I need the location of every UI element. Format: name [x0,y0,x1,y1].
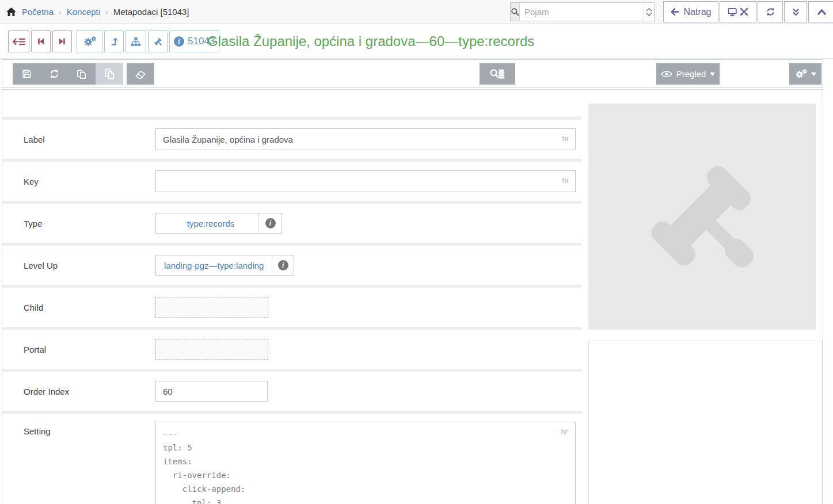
search-spinner[interactable] [644,3,654,21]
search-database-button[interactable] [480,63,515,85]
arrow-left-icon [670,7,679,16]
preview-dropdown-label: Pregled [676,69,706,79]
related-content-panel [588,341,823,504]
info-circle-icon: i [174,36,184,47]
child-drop-zone[interactable] [155,297,268,318]
paste-icon [104,68,115,80]
record-image-placeholder [588,104,816,330]
top-bar: Početna › Koncepti › Metapodaci [51043] … [0,0,833,24]
type-info-button[interactable]: i [258,213,282,233]
breadcrumb-home-link[interactable]: Početna [22,7,54,17]
refresh-icon [49,68,60,79]
breadcrumb: Početna › Koncepti › Metapodaci [51043] [6,0,189,24]
preview-dropdown-button[interactable]: Pregled [656,63,720,85]
page-title: Glasila Županije, općina i gradova—60—ty… [207,24,534,59]
form-row-label: Label hr [2,120,581,159]
form-row-child: Child [2,288,581,327]
field-label: Setting [24,422,155,436]
field-label: Label [24,135,155,144]
topbar-button-group: Natrag [662,1,833,22]
copy-icon [76,68,88,80]
save-button[interactable] [13,63,40,85]
caret-up-icon [817,8,827,16]
gears-icon [83,36,97,47]
angle-double-down-icon [792,7,800,17]
search-database-icon [489,68,505,80]
info-circle-icon: i [265,218,276,228]
field-label: Portal [24,345,155,354]
field-label: Type [24,219,155,228]
order-index-input[interactable] [155,381,268,402]
language-badge: hr [561,427,568,436]
gears-icon [794,68,808,79]
save-icon [21,68,32,79]
language-badge: hr [562,176,569,185]
edit-button-group [13,63,154,85]
portal-drop-zone[interactable] [155,339,268,360]
step-forward-button[interactable] [52,30,72,52]
form-row-level-up: Level Up landing-pgz—type:landing i [2,246,581,285]
clear-button[interactable] [127,63,154,85]
form-row-key: Key hr [2,162,581,201]
info-circle-icon: i [278,260,288,270]
back-to-list-button[interactable] [8,30,29,52]
actions-dropdown-button[interactable] [789,63,821,85]
caret-down-icon [710,72,715,76]
eye-icon [661,70,672,78]
home-icon[interactable] [6,7,17,17]
setting-textarea[interactable]: --- tpl: 5 items: ri-override: click-app… [155,422,576,504]
field-label: Order Index [24,387,155,396]
gavel-placeholder-icon [636,150,769,284]
language-badge: hr [562,134,569,143]
search-group [510,2,655,21]
gavel-button[interactable] [148,30,168,52]
field-label: Level Up [24,261,155,270]
field-label: Child [24,303,155,312]
record-nav-group [8,30,72,52]
level-up-button[interactable] [104,30,124,52]
refresh-button[interactable] [40,63,68,85]
breadcrumb-section-link[interactable]: Koncepti [67,7,100,17]
metadata-form: Label hr Key hr Type type:records i [2,89,581,504]
type-reference-box: type:records i [155,213,282,234]
settings-button[interactable] [77,30,102,52]
collapse-button[interactable] [784,1,807,22]
eraser-icon [135,69,146,79]
edit-toolbar-panel: Pregled [2,59,823,88]
form-row-portal: Portal [2,330,581,369]
caret-down-icon [811,72,816,76]
form-row-setting: Setting --- tpl: 5 items: ri-override: c… [2,414,581,504]
record-action-group: i 51043 [77,30,219,52]
sitemap-button[interactable] [125,30,146,52]
form-row-type: Type type:records i [2,204,581,243]
breadcrumb-current: Metapodaci [51043] [113,7,189,17]
key-input[interactable] [155,170,576,192]
search-icon [511,3,520,21]
arrow-left-list-icon [12,37,26,47]
refresh-icon [766,7,775,17]
field-label: Key [24,177,155,186]
scroll-top-button[interactable] [808,1,833,22]
step-backward-icon [37,37,45,45]
label-input[interactable] [155,128,576,150]
gavel-icon [153,37,163,47]
breadcrumb-separator: › [105,7,108,17]
type-link[interactable]: type:records [163,219,258,228]
fullscreen-button[interactable] [720,1,756,22]
level-up-reference-box: landing-pgz—type:landing i [155,255,294,276]
level-up-icon [110,37,119,46]
step-backward-button[interactable] [31,30,51,52]
page: Početna › Koncepti › Metapodaci [51043] … [0,0,833,504]
reload-button[interactable] [758,1,783,22]
paste-button[interactable] [96,63,123,85]
copy-button[interactable] [68,63,96,85]
record-header: i 51043 Glasila Županije, općina i grado… [0,24,833,59]
level-up-link[interactable]: landing-pgz—type:landing [156,261,272,270]
back-button[interactable]: Natrag [663,1,718,22]
form-header-spacer [2,89,581,117]
breadcrumb-separator: › [59,7,62,17]
search-input[interactable] [520,3,644,21]
level-up-info-button[interactable]: i [272,255,294,275]
sitemap-icon [131,37,141,47]
step-forward-icon [58,37,66,45]
